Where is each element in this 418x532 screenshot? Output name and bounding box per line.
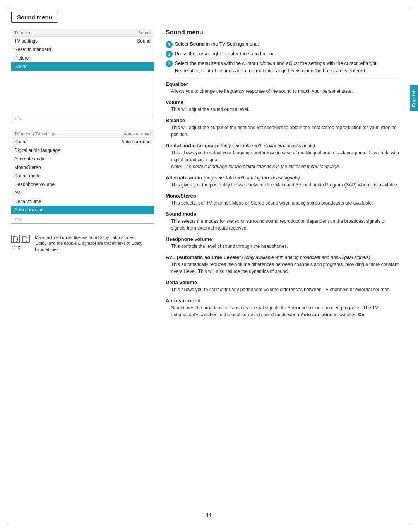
section-body-equalizer: Allows you to change the frequency respo… <box>166 88 399 95</box>
bullet-3: 3 <box>166 60 173 67</box>
section-body-balance: This will adjust the output of the right… <box>166 124 399 138</box>
section-title-mono-stereo: Mono/Stereo <box>166 193 399 199</box>
section-alternate-audio: Alternate audio (only selectable with an… <box>166 175 399 188</box>
section-title-sound-mode: Sound mode <box>166 211 399 217</box>
avl-bold: AVL (Automatic Volume Leveler) <box>166 254 243 260</box>
left-column: TV menu Sound TV settings Sound Reset to… <box>11 29 154 521</box>
page-border-top <box>7 7 411 7</box>
section-title-equalizer: Equalizer <box>166 81 399 87</box>
section-avl: AVL (Automatic Volume Leveler) (only ava… <box>166 254 399 275</box>
alternate-audio-note: (only selectable with analog broadcast s… <box>204 175 300 181</box>
page-number: 11 <box>206 512 212 518</box>
menu-row-mono-stereo[interactable]: Mono/Stereo <box>11 163 154 172</box>
section-title-headphone-volume: Headphone volume <box>166 236 399 242</box>
section-body-auto-surround: Sometimes the broadcaster transmits spec… <box>166 304 399 318</box>
menu-row-label: Picture <box>14 55 29 61</box>
dolby-section: DOLBY DIGITAL Manufactured under license… <box>11 235 154 252</box>
menu-row-empty-1 <box>11 71 154 79</box>
section-body-alternate-audio: This gives you the possibility to swap b… <box>166 181 399 188</box>
tv-menu-footer-bottom: Info <box>11 216 154 223</box>
section-body-digital-audio: This allows you to select your language … <box>166 149 399 170</box>
section-title-alternate-audio: Alternate audio (only selectable with an… <box>166 175 399 181</box>
section-title-avl: AVL (Automatic Volume Leveler) (only ava… <box>166 254 399 260</box>
menu-row-picture[interactable]: Picture <box>11 54 154 62</box>
section-sound-mode: Sound mode This selects the modes for st… <box>166 211 399 232</box>
right-column: Sound menu 1 Select Sound in the TV Sett… <box>154 29 403 521</box>
tv-menu-header-bottom: TV menu | TV settings Auto surround <box>11 130 154 138</box>
menu-row-reset[interactable]: Reset to standard <box>11 45 154 54</box>
menu-row-avl[interactable]: AVL <box>11 189 154 197</box>
menu-row-label: Mono/Stereo <box>14 165 41 170</box>
menu-row-label: Sound mode <box>14 173 41 179</box>
section-title-volume: Volume <box>166 99 399 105</box>
section-body-headphone-volume: This controls the level of sound through… <box>166 243 399 250</box>
instruction-2: 2 Press the cursor right to enter the so… <box>166 50 399 58</box>
page-border-left <box>7 7 7 525</box>
menu-row-empty-4 <box>11 96 154 105</box>
main-content: TV menu Sound TV settings Sound Reset to… <box>11 29 403 521</box>
section-body-volume: This will adjust the sound output level. <box>166 106 399 113</box>
digital-audio-note: (only selectable with digital broadcast … <box>221 143 315 148</box>
instruction-text-1: Select Sound in the TV Settings menu. <box>175 41 399 48</box>
page-header-box: Sound menu <box>11 12 58 23</box>
menu-row-delta-volume[interactable]: Delta volume <box>11 197 154 206</box>
divider-1 <box>166 78 399 78</box>
menu-row-label: Reset to standard <box>14 47 51 52</box>
tv-menu-header-left: TV menu <box>14 31 32 35</box>
section-title-balance: Balance <box>166 118 399 123</box>
section-auto-surround: Auto surround Sometimes the broadcaster … <box>166 298 399 318</box>
dolby-logo: DOLBY DIGITAL <box>11 235 31 251</box>
menu-row-sound-mode[interactable]: Sound mode <box>11 172 154 180</box>
menu-row-headphone-volume[interactable]: Headphone volume <box>11 180 154 189</box>
right-title: Sound menu <box>166 29 399 36</box>
section-headphone-volume: Headphone volume This controls the level… <box>166 236 399 250</box>
language-tab: English <box>410 85 418 111</box>
dolby-logo-svg: DOLBY DIGITAL <box>11 235 31 249</box>
menu-row-digital-audio[interactable]: Digital audio language <box>11 146 154 155</box>
menu-row-auto-surround[interactable]: Auto surround <box>11 206 154 214</box>
menu-row-label: Headphone volume <box>14 182 55 187</box>
instruction-text-3: Select the menu items with the cursor up… <box>175 60 399 75</box>
menu-row-empty-3 <box>11 88 154 96</box>
tv-menu-header-right: Sound <box>138 31 151 35</box>
page-header-title: Sound menu <box>17 14 52 20</box>
tv-menu-box-top: TV menu Sound TV settings Sound Reset to… <box>11 29 154 123</box>
svg-rect-0 <box>11 235 20 243</box>
section-body-avl: This automatically reduces the volume di… <box>166 261 399 275</box>
menu-row-label: Alternate audio <box>14 156 46 162</box>
menu-row-value: Auto surround <box>122 139 151 145</box>
menu-row-sound[interactable]: Sound <box>11 62 154 71</box>
menu-row-empty-2 <box>11 79 154 88</box>
tv-menu-header-left-bottom: TV menu | TV settings <box>14 131 56 136</box>
section-body-mono-stereo: This selects, per TV channel, Mono or St… <box>166 200 399 206</box>
tv-menu-box-bottom: TV menu | TV settings Auto surround Soun… <box>11 130 154 224</box>
menu-row-label: TV settings <box>14 38 38 44</box>
instruction-text-2: Press the cursor right to enter the soun… <box>175 50 399 58</box>
menu-row-label: Sound <box>14 139 28 145</box>
instruction-1: 1 Select Sound in the TV Settings menu. <box>166 41 399 48</box>
menu-row-label: Sound <box>14 64 28 69</box>
menu-row-sound-main[interactable]: Sound Auto surround <box>11 138 154 146</box>
digital-audio-bold: Digital audio language <box>166 143 219 148</box>
menu-row-empty-5 <box>11 105 154 113</box>
section-volume: Volume This will adjust the sound output… <box>166 99 399 113</box>
bullet-1: 1 <box>166 41 173 48</box>
bullet-2: 2 <box>166 51 173 58</box>
svg-text:DIGITAL: DIGITAL <box>12 247 21 249</box>
digital-audio-footnote: Note: The default language for the digit… <box>171 164 340 169</box>
section-title-delta-volume: Delta volume <box>166 280 399 285</box>
instruction-3: 3 Select the menu items with the cursor … <box>166 60 399 75</box>
section-title-auto-surround: Auto surround <box>166 298 399 304</box>
menu-row-label: Delta volume <box>14 199 41 204</box>
tv-menu-header-right-bottom: Auto surround <box>124 131 151 136</box>
menu-row-alternate-audio[interactable]: Alternate audio <box>11 155 154 163</box>
section-title-digital-audio: Digital audio language (only selectable … <box>166 143 399 148</box>
tv-menu-header-top: TV menu Sound <box>11 29 154 37</box>
page-border-right <box>411 7 411 525</box>
tv-menu-footer-top: Info <box>11 115 154 123</box>
section-delta-volume: Delta volume This allows you to correct … <box>166 280 399 293</box>
section-equalizer: Equalizer Allows you to change the frequ… <box>166 81 399 95</box>
menu-row-tv-settings[interactable]: TV settings Sound <box>11 37 154 45</box>
menu-row-value: Sound <box>137 38 151 44</box>
section-body-delta-volume: This allows you to correct for any perma… <box>166 286 399 293</box>
